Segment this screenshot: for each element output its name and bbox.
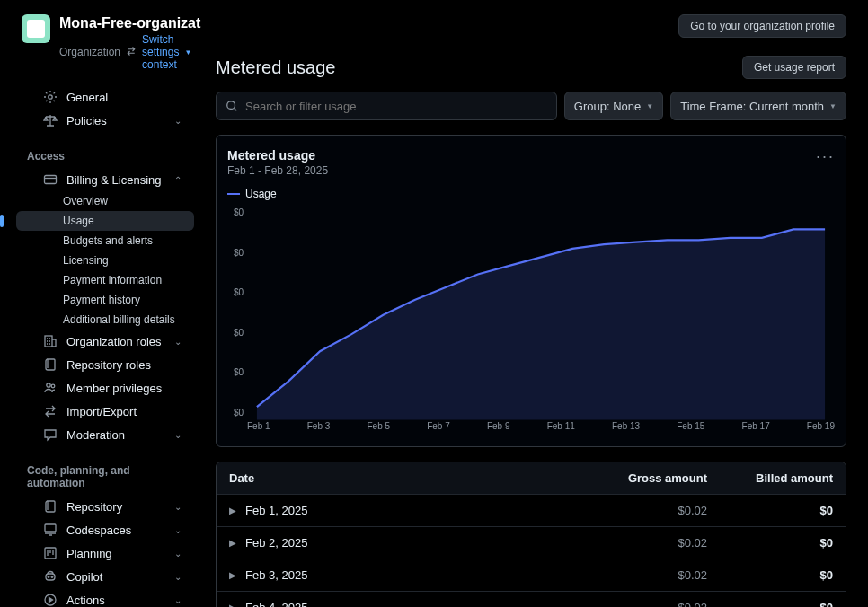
chevron-down-icon: ⌄ — [173, 525, 183, 535]
cell-gross: $0.02 — [545, 504, 707, 517]
svg-point-4 — [51, 384, 55, 388]
chevron-right-icon: ▶ — [229, 538, 236, 548]
sidebar-item-label: Billing & Licensing — [66, 173, 164, 187]
scale-icon — [43, 113, 58, 128]
cell-date: Feb 2, 2025 — [245, 536, 307, 550]
chevron-down-icon: ⌄ — [173, 502, 183, 512]
main-content: Go to your organization profile Metered … — [201, 0, 868, 607]
sidebar-sub-usage[interactable]: Usage — [16, 211, 194, 231]
column-header-date[interactable]: Date — [229, 471, 545, 485]
cell-date: Feb 3, 2025 — [245, 568, 307, 582]
svg-point-8 — [48, 576, 49, 578]
table-row[interactable]: ▶ Feb 2, 2025 $0.02 $0 — [217, 527, 846, 559]
timeframe-filter-button[interactable]: Time Frame: Current month ▼ — [670, 92, 846, 120]
sidebar-sub-payment-information[interactable]: Payment information — [16, 270, 194, 290]
sidebar-sub-licensing[interactable]: Licensing — [16, 251, 194, 270]
sidebar-item-organization-roles[interactable]: Organization roles ⌄ — [16, 330, 194, 353]
play-icon — [43, 593, 58, 607]
sidebar-item-repository[interactable]: Repository ⌄ — [16, 495, 194, 518]
chevron-up-icon: ⌃ — [173, 175, 183, 185]
chevron-down-icon: ⌄ — [173, 572, 183, 582]
chart-title: Metered usage — [227, 148, 328, 163]
column-header-gross[interactable]: Gross amount — [545, 471, 707, 485]
sidebar-item-billing[interactable]: Billing & Licensing ⌃ — [16, 168, 194, 191]
chevron-right-icon: ▶ — [229, 506, 236, 515]
svg-point-9 — [51, 576, 53, 578]
sidebar-item-moderation[interactable]: Moderation ⌄ — [16, 423, 194, 446]
section-header-code: Code, planning, and automation — [0, 457, 201, 495]
project-icon — [43, 546, 58, 560]
org-type-label: Organization — [59, 46, 120, 58]
sidebar-item-label: Repository — [66, 500, 164, 514]
triangle-down-icon: ▼ — [829, 102, 837, 110]
cell-billed: $0 — [707, 601, 833, 607]
sidebar-item-label: Codespaces — [66, 523, 164, 537]
swap-icon — [43, 404, 58, 418]
chevron-right-icon: ▶ — [229, 603, 236, 607]
org-profile-button[interactable]: Go to your organization profile — [678, 14, 846, 38]
sidebar-sub-additional-billing-details[interactable]: Additional billing details — [16, 310, 194, 330]
chevron-down-icon: ⌄ — [173, 337, 183, 347]
cell-gross: $0.02 — [545, 568, 707, 582]
sidebar-item-label: Repository roles — [66, 358, 183, 372]
cell-billed: $0 — [707, 536, 833, 550]
table-row[interactable]: ▶ Feb 1, 2025 $0.02 $0 — [217, 495, 846, 527]
triangle-down-icon: ▼ — [646, 102, 653, 110]
org-name: Mona-Free-organization — [59, 14, 187, 31]
sidebar-sub-overview[interactable]: Overview — [16, 191, 194, 211]
svg-rect-2 — [45, 336, 52, 347]
people-icon — [43, 381, 58, 395]
sidebar-item-label: Moderation — [66, 428, 164, 442]
sidebar-item-label: Organization roles — [66, 335, 164, 348]
sidebar-item-actions[interactable]: Actions ⌄ — [16, 588, 194, 607]
usage-chart-card: Metered usage Feb 1 - Feb 28, 2025 ··· U… — [216, 135, 846, 447]
cell-date: Feb 4, 2025 — [245, 601, 307, 607]
cell-gross: $0.02 — [545, 601, 707, 607]
sidebar-item-policies[interactable]: Policies ⌄ — [16, 109, 194, 132]
legend-label: Usage — [245, 188, 277, 200]
group-filter-label: Group: None — [574, 100, 641, 113]
search-input-wrap[interactable] — [216, 92, 557, 120]
sidebar-sub-payment-history[interactable]: Payment history — [16, 290, 194, 310]
svg-rect-7 — [46, 574, 55, 580]
column-header-billed[interactable]: Billed amount — [707, 471, 833, 485]
repo-icon — [43, 499, 58, 514]
table-row[interactable]: ▶ Feb 3, 2025 $0.02 $0 — [217, 559, 846, 592]
sidebar-item-codespaces[interactable]: Codespaces ⌄ — [16, 518, 194, 541]
group-filter-button[interactable]: Group: None ▼ — [564, 92, 663, 120]
chart-menu-button[interactable]: ··· — [816, 148, 835, 164]
svg-point-0 — [49, 95, 52, 99]
svg-rect-1 — [45, 176, 57, 184]
cell-billed: $0 — [707, 504, 833, 517]
get-usage-report-button[interactable]: Get usage report — [742, 56, 846, 79]
x-axis-labels: Feb 1Feb 3Feb 5Feb 7Feb 9Feb 11Feb 13Feb… — [247, 421, 835, 437]
sidebar-item-planning[interactable]: Planning ⌄ — [16, 541, 194, 565]
usage-table: Date Gross amount Billed amount ▶ Feb 1,… — [216, 462, 846, 607]
codespaces-icon — [43, 523, 58, 537]
cell-billed: $0 — [707, 568, 833, 582]
chevron-down-icon: ⌄ — [173, 430, 183, 440]
sidebar-item-repository-roles[interactable]: Repository roles — [16, 353, 194, 376]
gear-icon — [43, 90, 58, 104]
table-row[interactable]: ▶ Feb 4, 2025 $0.02 $0 — [217, 592, 846, 607]
sidebar-item-general[interactable]: General — [16, 85, 194, 109]
sidebar: Mona-Free-organization Organization Swit… — [0, 0, 201, 607]
sidebar-sub-budgets-and-alerts[interactable]: Budgets and alerts — [16, 231, 194, 251]
sidebar-item-label: Planning — [66, 547, 164, 560]
sidebar-item-label: Import/Export — [66, 405, 183, 418]
sidebar-item-member-privileges[interactable]: Member privileges — [16, 376, 194, 400]
svg-point-3 — [47, 383, 50, 387]
svg-rect-5 — [45, 524, 56, 532]
sidebar-item-copilot[interactable]: Copilot ⌄ — [16, 565, 194, 588]
sidebar-item-label: General — [66, 91, 183, 104]
table-header-row: Date Gross amount Billed amount — [217, 462, 846, 495]
copilot-icon — [43, 569, 58, 584]
legend-swatch-icon — [227, 193, 240, 195]
switch-context-link[interactable]: Switch settings context — [142, 33, 179, 71]
sidebar-item-import-export[interactable]: Import/Export — [16, 400, 194, 423]
sidebar-item-label: Copilot — [66, 570, 164, 584]
repo-icon — [43, 357, 58, 372]
chevron-down-icon: ⌄ — [173, 549, 183, 559]
org-avatar[interactable] — [22, 14, 50, 43]
search-input[interactable] — [238, 100, 547, 113]
